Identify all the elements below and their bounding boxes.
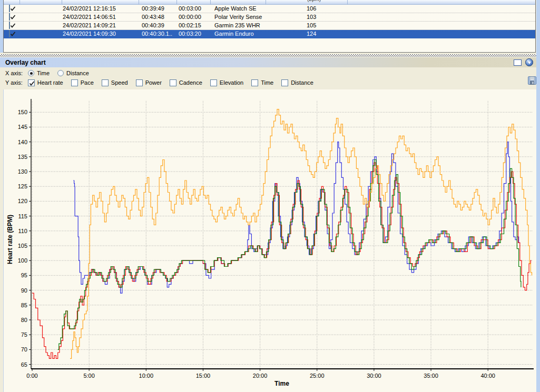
- checkbox[interactable]: [28, 79, 35, 86]
- svg-text:110: 110: [18, 228, 27, 234]
- application-window: (bpm) 24/02/2021 12:16:1500:39:4900:03:0…: [0, 0, 540, 392]
- x-axis-label: X axis:: [5, 70, 23, 76]
- collapse-panel-button[interactable]: [525, 58, 533, 66]
- table-header[interactable]: (bpm): [4, 0, 535, 5]
- svg-text:75: 75: [21, 331, 27, 338]
- device-name: Polar Verity Sense: [210, 13, 266, 21]
- radio-button[interactable]: [57, 70, 64, 76]
- activity-datetime: 24/02/2021 14:06:51: [62, 13, 139, 21]
- option-label: Cadence: [179, 79, 202, 86]
- table-body: 24/02/2021 12:16:1500:39:4900:03:00Apple…: [4, 5, 535, 38]
- y-axis-option-time[interactable]: Time: [251, 79, 273, 86]
- svg-text:115: 115: [18, 213, 27, 219]
- checkbox[interactable]: [251, 79, 258, 86]
- horizontal-splitter[interactable]: [0, 54, 536, 57]
- x-axis-option-distance[interactable]: Distance: [57, 70, 89, 76]
- checkbox[interactable]: [170, 79, 176, 86]
- activity-duration: 00:40:30.1..: [139, 30, 176, 38]
- avg-heart-rate: 124: [266, 30, 347, 38]
- series-line-polar-verity-sense: [32, 163, 531, 358]
- right-edge-strip: [536, 0, 540, 392]
- svg-text:85: 85: [21, 302, 27, 308]
- svg-text:10:00: 10:00: [139, 373, 154, 379]
- float-window-icon[interactable]: [514, 59, 522, 66]
- column-divider[interactable]: [266, 0, 266, 4]
- column-divider[interactable]: [139, 0, 139, 4]
- checkbox[interactable]: [102, 79, 109, 86]
- svg-text:Time: Time: [274, 380, 289, 387]
- svg-text:130: 130: [18, 168, 27, 175]
- table-row[interactable]: 24/02/2021 14:09:3000:40:30.1..00:03:20G…: [4, 30, 535, 38]
- svg-text:105: 105: [18, 243, 27, 249]
- series-line-garmin-235-whr: [58, 160, 521, 350]
- svg-text:20:00: 20:00: [253, 373, 268, 379]
- svg-text:140: 140: [18, 139, 27, 145]
- svg-text:120: 120: [18, 198, 27, 204]
- column-divider[interactable]: [347, 0, 348, 4]
- option-label: Distance: [66, 70, 89, 76]
- activity-duration: 00:40:39: [139, 22, 176, 29]
- y-axis-option-power[interactable]: Power: [136, 79, 162, 86]
- row-visibility-checkbox[interactable]: [9, 13, 10, 21]
- svg-text:80: 80: [21, 317, 27, 323]
- row-visibility-checkbox[interactable]: [9, 30, 10, 37]
- activity-datetime: 24/02/2021 14:09:21: [62, 22, 139, 29]
- check-icon: [9, 22, 16, 29]
- heart-rate-chart-canvas[interactable]: 6570758085909510010511011512012513013514…: [4, 89, 537, 392]
- checkbox[interactable]: [136, 79, 143, 86]
- activity-duration: 00:43:48: [139, 13, 176, 21]
- svg-text:15:00: 15:00: [196, 373, 211, 379]
- y-axis-option-pace[interactable]: Pace: [71, 79, 94, 86]
- option-label: Pace: [81, 79, 94, 86]
- svg-text:135: 135: [18, 154, 27, 160]
- svg-text:5:00: 5:00: [83, 373, 94, 379]
- table-header-fragment: (bpm): [307, 0, 321, 2]
- svg-text:0:00: 0:00: [26, 373, 37, 379]
- y-axis-option-heart-rate[interactable]: Heart rate: [28, 79, 63, 86]
- y-axis-label: Y axis:: [5, 79, 23, 86]
- save-chart-button[interactable]: [527, 76, 537, 85]
- activity-offset: 00:03:00: [176, 5, 210, 13]
- activity-offset: 00:00:00: [176, 13, 210, 21]
- column-divider[interactable]: [210, 0, 211, 4]
- column-divider[interactable]: [176, 0, 177, 4]
- table-row[interactable]: 24/02/2021 12:16:1500:39:4900:03:00Apple…: [4, 5, 535, 13]
- save-floppy-icon: [527, 76, 537, 85]
- checkbox[interactable]: [281, 79, 288, 86]
- series-line-garmin-enduro: [70, 109, 532, 359]
- svg-text:145: 145: [18, 124, 27, 130]
- svg-text:150: 150: [18, 109, 27, 115]
- check-icon: [9, 31, 16, 37]
- y-axis-option-distance[interactable]: Distance: [281, 79, 313, 86]
- y-axis-option-elevation[interactable]: Elevation: [210, 79, 243, 86]
- svg-text:70: 70: [21, 346, 27, 353]
- svg-text:35:00: 35:00: [424, 373, 438, 379]
- device-name: Garmin 235 WHR: [210, 22, 266, 29]
- x-axis-option-time[interactable]: Time: [28, 70, 50, 76]
- y-axis-option-speed[interactable]: Speed: [102, 79, 128, 86]
- option-label: Distance: [291, 79, 313, 86]
- checkbox[interactable]: [210, 79, 217, 86]
- table-row[interactable]: 24/02/2021 14:09:2100:40:3900:02:15Garmi…: [4, 22, 535, 30]
- column-divider[interactable]: [62, 0, 62, 4]
- option-label: Time: [37, 70, 50, 76]
- row-visibility-checkbox[interactable]: [9, 22, 10, 29]
- svg-text:25:00: 25:00: [310, 373, 325, 379]
- device-name: Garmin Enduro: [210, 30, 266, 38]
- device-name: Apple Watch SE: [210, 5, 266, 13]
- y-axis-control-row: Y axis: Heart ratePaceSpeedPowerCadenceE…: [5, 78, 321, 87]
- check-icon: [9, 14, 16, 21]
- option-label: Speed: [111, 79, 128, 86]
- option-label: Heart rate: [37, 79, 63, 86]
- radio-button[interactable]: [28, 70, 34, 76]
- avg-heart-rate: 103: [266, 13, 347, 21]
- checkbox[interactable]: [71, 79, 78, 86]
- svg-text:100: 100: [18, 257, 27, 264]
- option-label: Elevation: [220, 79, 243, 86]
- table-row[interactable]: 24/02/2021 14:06:5100:43:4800:00:00Polar…: [4, 13, 535, 22]
- svg-text:95: 95: [21, 272, 27, 278]
- y-axis-option-cadence[interactable]: Cadence: [170, 79, 202, 86]
- column-divider[interactable]: [19, 0, 20, 4]
- overlay-chart-titlebar: Overlay chart: [0, 57, 536, 67]
- row-visibility-checkbox[interactable]: [9, 5, 10, 12]
